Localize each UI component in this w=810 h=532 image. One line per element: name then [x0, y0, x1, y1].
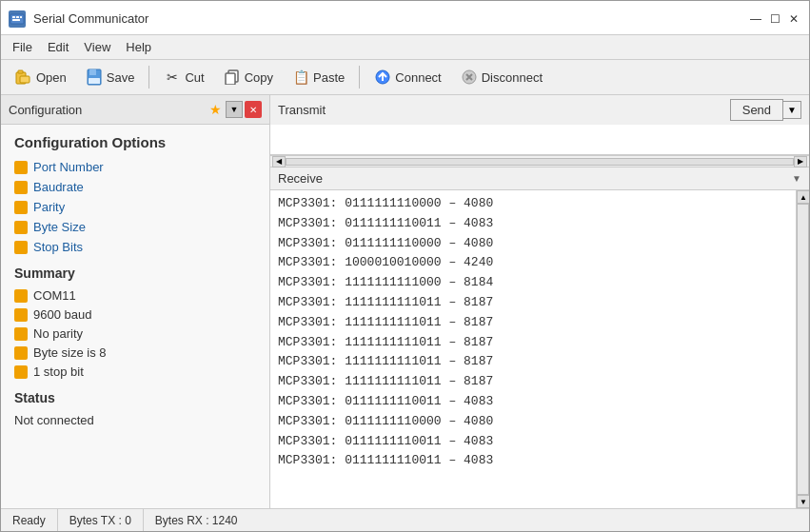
summary-icon-parity — [14, 327, 28, 341]
config-link-baudrate-label: Baudrate — [33, 180, 84, 194]
status-bytes-tx: Bytes TX : 0 — [58, 509, 144, 531]
copy-label: Copy — [245, 70, 273, 85]
vscroll-track[interactable] — [797, 204, 809, 495]
link-icon-parity — [14, 201, 28, 214]
summary-bytesize-label: Byte size is 8 — [33, 345, 107, 360]
summary-icon-baud — [14, 308, 28, 322]
vscroll-up-button[interactable]: ▲ — [797, 190, 809, 204]
receive-message: MCP3301: 1111111111011 – 8187 — [278, 313, 790, 333]
title-bar-left: Serial Communicator — [9, 10, 148, 28]
link-icon-bytesize — [14, 221, 28, 234]
menu-view[interactable]: View — [76, 37, 118, 57]
app-icon — [9, 10, 26, 28]
main-window: Serial Communicator — ☐ ✕ File Edit View… — [0, 0, 810, 532]
svg-rect-9 — [89, 69, 96, 75]
copy-button[interactable]: Copy — [215, 64, 282, 90]
receive-message: MCP3301: 0111111110011 – 4083 — [278, 451, 790, 471]
send-dropdown-button[interactable]: ▼ — [783, 101, 801, 119]
window-title: Serial Communicator — [33, 11, 148, 26]
summary-icon-com — [14, 289, 28, 303]
save-button[interactable]: Save — [77, 64, 144, 90]
sidebar-dropdown-button[interactable]: ▼ — [226, 101, 243, 118]
config-link-parity-label: Parity — [33, 200, 65, 214]
config-link-parity[interactable]: Parity — [14, 200, 256, 214]
sidebar-header: Configuration ★ ▼ ✕ — [1, 95, 269, 125]
config-link-bytesize-label: Byte Size — [33, 220, 86, 234]
hscroll-track[interactable] — [286, 158, 794, 166]
svg-rect-1 — [12, 16, 15, 18]
menu-file[interactable]: File — [5, 37, 40, 57]
cut-button[interactable]: ✂ Cut — [155, 64, 212, 90]
summary-icon-stopbit — [14, 365, 28, 379]
window-controls: — ☐ ✕ — [748, 11, 801, 27]
receive-message: MCP3301: 0111111110011 – 4083 — [278, 432, 790, 452]
link-icon-baudrate — [14, 181, 28, 194]
receive-message: MCP3301: 0111111110000 – 4080 — [278, 412, 790, 432]
hscroll-left-button[interactable]: ◀ — [272, 156, 286, 167]
open-button[interactable]: Open — [7, 64, 75, 90]
connect-button[interactable]: Connect — [365, 64, 449, 90]
send-button[interactable]: Send — [730, 99, 783, 121]
connect-label: Connect — [395, 70, 441, 85]
svg-rect-6 — [18, 70, 23, 73]
config-link-port[interactable]: Port Number — [14, 160, 256, 174]
status-title: Status — [14, 390, 256, 405]
paste-label: Paste — [313, 70, 345, 85]
sidebar: Configuration ★ ▼ ✕ Configuration Option… — [1, 95, 270, 508]
toolbar: Open Save ✂ Cut Copy — [1, 60, 809, 95]
menu-bar: File Edit View Help — [1, 35, 809, 60]
transmit-area: Transmit Send ▼ ◀ ▶ — [270, 95, 809, 167]
config-link-stopbits[interactable]: Stop Bits — [14, 240, 256, 254]
svg-rect-2 — [16, 16, 19, 18]
receive-label: Receive — [278, 171, 323, 186]
summary-baud: 9600 baud — [14, 307, 256, 322]
summary-parity-label: No parity — [33, 326, 83, 341]
open-label: Open — [36, 70, 67, 85]
right-panel: Transmit Send ▼ ◀ ▶ Receive ▼ — [270, 95, 809, 508]
toolbar-separator-2 — [359, 66, 360, 89]
menu-edit[interactable]: Edit — [40, 37, 76, 57]
transmit-scrollbar: ◀ ▶ — [270, 155, 809, 167]
close-button[interactable]: ✕ — [786, 11, 801, 27]
vscroll-down-button[interactable]: ▼ — [797, 495, 809, 508]
link-icon-port — [14, 161, 28, 174]
summary-stopbit-label: 1 stop bit — [33, 365, 84, 379]
receive-content: MCP3301: 0111111110000 – 4080MCP3301: 01… — [270, 190, 809, 508]
transmit-label: Transmit — [278, 103, 326, 117]
summary-stopbit: 1 stop bit — [14, 365, 256, 379]
minimize-button[interactable]: — — [748, 11, 763, 27]
disconnect-label: Disconnect — [482, 70, 543, 85]
title-bar: Serial Communicator — ☐ ✕ — [1, 1, 809, 35]
summary-divider: Summary — [14, 266, 256, 281]
sidebar-controls: ★ ▼ ✕ — [207, 101, 262, 118]
summary-baud-label: 9600 baud — [33, 307, 91, 322]
config-link-bytesize[interactable]: Byte Size — [14, 220, 256, 234]
main-content: Configuration ★ ▼ ✕ Configuration Option… — [1, 95, 809, 508]
receive-message: MCP3301: 1111111111011 – 8187 — [278, 333, 790, 353]
config-link-baudrate[interactable]: Baudrate — [14, 180, 256, 194]
paste-button[interactable]: 📋 Paste — [284, 64, 353, 90]
connect-icon — [374, 69, 391, 86]
receive-message: MCP3301: 0111111110011 – 4083 — [278, 214, 790, 234]
copy-icon — [224, 69, 241, 86]
config-options-title: Configuration Options — [14, 134, 256, 150]
menu-help[interactable]: Help — [118, 37, 159, 57]
summary-com11-label: COM11 — [33, 288, 76, 303]
config-link-stopbits-label: Stop Bits — [33, 240, 83, 254]
receive-message: MCP3301: 1111111111000 – 8184 — [278, 273, 790, 293]
transmit-input-area[interactable] — [270, 125, 809, 155]
hscroll-right-button[interactable]: ▶ — [794, 156, 807, 167]
disconnect-button[interactable]: Disconnect — [452, 64, 551, 90]
cut-icon: ✂ — [164, 69, 181, 86]
sidebar-close-button[interactable]: ✕ — [245, 101, 262, 118]
save-icon — [86, 69, 103, 86]
receive-dropdown-icon[interactable]: ▼ — [792, 173, 801, 184]
status-bar: Ready Bytes TX : 0 Bytes RX : 1240 — [1, 508, 809, 531]
status-bytes-rx: Bytes RX : 1240 — [144, 509, 249, 531]
paste-icon: 📋 — [292, 69, 309, 86]
sidebar-star-button[interactable]: ★ — [207, 101, 224, 118]
maximize-button[interactable]: ☐ — [767, 11, 782, 27]
link-icon-stopbits — [14, 241, 28, 254]
receive-message: MCP3301: 0111111110000 – 4080 — [278, 234, 790, 254]
status-ready: Ready — [1, 509, 58, 531]
